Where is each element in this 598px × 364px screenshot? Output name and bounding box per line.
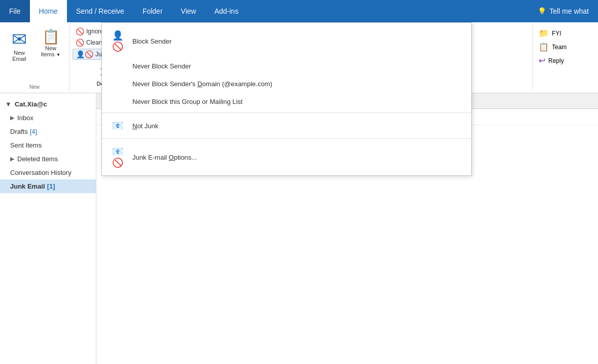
menu-item-folder[interactable]: Folder	[133, 0, 172, 22]
menu-item-view[interactable]: View	[172, 0, 205, 22]
menu-item-add-ins[interactable]: Add-ins	[205, 0, 248, 22]
menu-item-send-receive[interactable]: Send / Receive	[67, 0, 133, 22]
new-items-icon: 📋	[42, 28, 60, 45]
sidebar-item-drafts[interactable]: Drafts [4]	[0, 125, 96, 138]
team-button[interactable]: 📋 Team	[537, 41, 594, 53]
new-group-label: New	[0, 82, 69, 90]
not-junk-icon: 📧	[112, 120, 127, 131]
tell-me[interactable]: 💡 Tell me what	[529, 0, 598, 22]
cleanup-icon: 🚫	[76, 39, 84, 47]
junk-email-options-icon: 📧🚫	[112, 146, 127, 168]
ribbon-new-group: ✉ NewEmail 📋 NewItems ▼ New	[0, 24, 69, 91]
sidebar: ▼ Cat.Xia@c ▶ Inbox Drafts [4] Sent Item…	[0, 93, 96, 364]
junk-email-options-item[interactable]: 📧🚫 Junk E-mail Options...	[102, 141, 471, 173]
account-arrow: ▼	[5, 100, 12, 108]
fyi-button[interactable]: 📁 FYI	[537, 27, 594, 39]
menu-item-file[interactable]: File	[0, 0, 30, 22]
sidebar-item-conversation-history[interactable]: Conversation History	[0, 166, 96, 179]
deleted-arrow: ▶	[10, 156, 14, 162]
sidebar-item-junk-email[interactable]: Junk Email [1]	[0, 179, 96, 193]
new-email-button[interactable]: ✉ NewEmail	[4, 28, 34, 64]
new-email-label: NewEmail	[12, 50, 26, 62]
block-sender-item[interactable]: 👤🚫 Block Sender	[102, 25, 471, 57]
ribbon: ✉ NewEmail 📋 NewItems ▼ New 🚫 Ignore 🚫 C…	[0, 22, 598, 93]
dropdown-separator-2	[102, 138, 471, 139]
sidebar-account[interactable]: ▼ Cat.Xia@c	[0, 97, 96, 111]
sidebar-item-sent[interactable]: Sent Items	[0, 138, 96, 152]
not-junk-item[interactable]: 📧 Not Junk	[102, 115, 471, 136]
quick-steps-panel: 📁 FYI 📋 Team ↩ Reply	[532, 24, 598, 91]
sidebar-item-deleted[interactable]: ▶ Deleted Items	[0, 152, 96, 166]
lightbulb-icon: 💡	[538, 7, 546, 15]
block-sender-icon: 👤🚫	[112, 30, 127, 52]
junk-icon: 👤🚫	[76, 50, 93, 58]
drafts-badge: [4]	[30, 128, 37, 135]
new-items-button[interactable]: 📋 NewItems ▼	[37, 28, 65, 57]
sidebar-item-inbox[interactable]: ▶ Inbox	[0, 111, 96, 125]
dropdown-separator-1	[102, 113, 471, 113]
fyi-icon: 📁	[539, 28, 549, 38]
menu-bar: File Home Send / Receive Folder View Add…	[0, 0, 598, 22]
new-items-label: NewItems ▼	[41, 45, 61, 57]
reply-quick-button[interactable]: ↩ Reply	[537, 55, 594, 66]
menu-item-home[interactable]: Home	[30, 0, 67, 22]
new-email-icon: ✉	[12, 30, 27, 49]
junk-dropdown: 👤🚫 Block Sender Never Block Sender Never…	[101, 22, 472, 176]
never-block-domain-item[interactable]: Never Block Sender's Domain (@example.co…	[102, 75, 471, 93]
team-icon: 📋	[539, 42, 549, 52]
never-block-group-item[interactable]: Never Block this Group or Mailing List	[102, 93, 471, 111]
junk-badge: [1]	[47, 183, 55, 190]
inbox-arrow: ▶	[10, 115, 14, 121]
never-block-sender-item[interactable]: Never Block Sender	[102, 57, 471, 75]
reply-quick-icon: ↩	[539, 56, 545, 65]
ignore-icon: 🚫	[76, 27, 84, 35]
